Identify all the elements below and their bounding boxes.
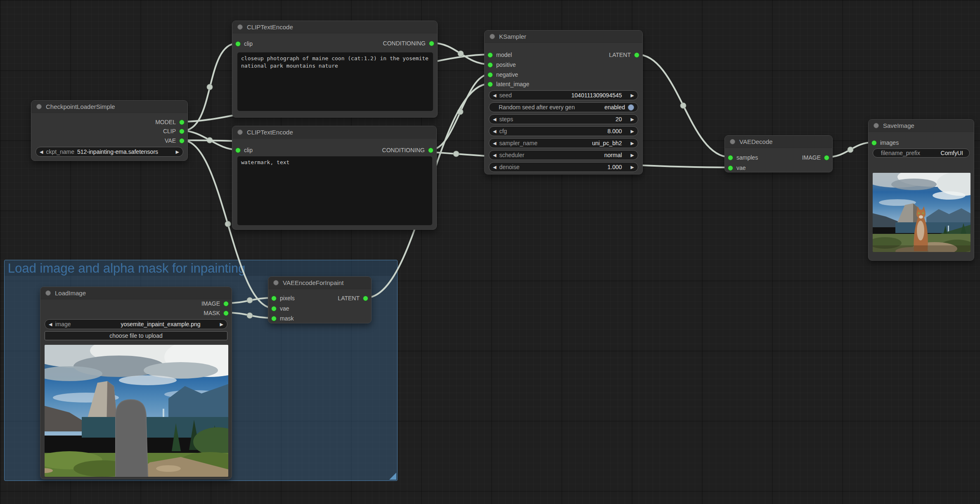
- input-socket-pixels[interactable]: [271, 296, 277, 301]
- group-resize-handle-icon[interactable]: [389, 473, 396, 480]
- output-label-latent: LATENT: [609, 52, 631, 58]
- widget-steps[interactable]: ◀ steps 20 ▶: [489, 114, 638, 124]
- input-socket-clip[interactable]: [235, 148, 241, 153]
- input-socket-latent-image[interactable]: [488, 82, 493, 87]
- widget-sampler-name[interactable]: ◀ sampler_name uni_pc_bh2 ▶: [489, 138, 638, 148]
- increment-arrow-icon[interactable]: ▶: [631, 117, 634, 122]
- input-socket-vae[interactable]: [271, 306, 277, 311]
- collapse-dot-icon[interactable]: [45, 290, 51, 296]
- output-socket-vae[interactable]: [179, 138, 185, 144]
- decrement-arrow-icon[interactable]: ◀: [49, 322, 52, 327]
- output-socket-image[interactable]: [824, 155, 829, 160]
- increment-arrow-icon[interactable]: ▶: [176, 150, 179, 154]
- input-socket-images[interactable]: [871, 140, 877, 146]
- node-titlebar[interactable]: CLIPTextEncode: [232, 21, 437, 33]
- increment-arrow-icon[interactable]: ▶: [631, 141, 634, 146]
- node-titlebar[interactable]: VAEDecode: [725, 136, 832, 148]
- output-socket-conditioning[interactable]: [428, 148, 433, 153]
- toggle-icon[interactable]: [628, 104, 634, 111]
- decrement-arrow-icon[interactable]: ◀: [493, 153, 496, 158]
- decrement-arrow-icon[interactable]: ◀: [40, 150, 43, 154]
- output-socket-clip[interactable]: [179, 129, 185, 134]
- decrement-arrow-icon[interactable]: ◀: [493, 93, 496, 98]
- node-ksampler[interactable]: KSampler model positive negative latent_…: [484, 30, 643, 174]
- input-socket-clip[interactable]: [235, 41, 241, 47]
- collapse-dot-icon[interactable]: [36, 104, 42, 109]
- increment-arrow-icon[interactable]: ▶: [631, 153, 634, 158]
- node-graph-canvas[interactable]: Load image and alpha mask for inpainting: [0, 0, 980, 504]
- input-socket-model[interactable]: [488, 52, 493, 58]
- output-socket-mask[interactable]: [223, 311, 229, 316]
- widget-random-seed-toggle[interactable]: Random seed after every gen enabled: [489, 102, 638, 112]
- input-label-samples: samples: [736, 154, 758, 161]
- increment-arrow-icon[interactable]: ▶: [220, 322, 223, 327]
- node-titlebar[interactable]: CheckpointLoaderSimple: [31, 101, 187, 113]
- increment-arrow-icon[interactable]: ▶: [631, 93, 634, 98]
- decrement-arrow-icon[interactable]: ◀: [493, 117, 496, 122]
- node-titlebar[interactable]: KSampler: [485, 31, 642, 43]
- widget-value: 1040111309094545: [571, 92, 622, 99]
- input-socket-negative[interactable]: [488, 72, 493, 78]
- decrement-arrow-icon[interactable]: ◀: [493, 129, 496, 134]
- save-image-preview: [873, 173, 971, 252]
- decrement-arrow-icon[interactable]: ◀: [493, 141, 496, 146]
- collapse-dot-icon[interactable]: [730, 139, 735, 144]
- widget-image-file[interactable]: ◀ image yosemite_inpaint_example.png ▶: [45, 319, 227, 329]
- node-clip-text-encode-negative[interactable]: CLIPTextEncode clip CONDITIONING waterma…: [232, 126, 437, 230]
- input-socket-vae[interactable]: [728, 165, 733, 171]
- node-title: CLIPTextEncode: [247, 129, 293, 136]
- input-label-pixels: pixels: [280, 295, 295, 301]
- collapse-dot-icon[interactable]: [490, 34, 495, 39]
- widget-ckpt-name[interactable]: ◀ ckpt_name 512-inpainting-ema.safetenso…: [36, 147, 183, 157]
- node-title: LoadImage: [55, 290, 86, 297]
- widget-filename-prefix[interactable]: filename_prefix ComfyUI: [873, 148, 970, 158]
- node-titlebar[interactable]: SaveImage: [869, 120, 974, 132]
- node-clip-text-encode-positive[interactable]: CLIPTextEncode clip CONDITIONING closeup…: [232, 21, 438, 118]
- output-label-conditioning: CONDITIONING: [382, 147, 425, 153]
- collapse-dot-icon[interactable]: [237, 24, 243, 30]
- node-title: CheckpointLoaderSimple: [46, 103, 115, 110]
- widget-value: 8.000: [607, 128, 622, 134]
- increment-arrow-icon[interactable]: ▶: [631, 165, 634, 170]
- node-checkpoint-loader[interactable]: CheckpointLoaderSimple MODEL CLIP VAE ◀ …: [31, 100, 188, 161]
- output-label-clip: CLIP: [163, 128, 176, 134]
- collapse-dot-icon[interactable]: [273, 280, 279, 285]
- widget-value: uni_pc_bh2: [592, 140, 622, 146]
- widget-scheduler[interactable]: ◀ scheduler normal ▶: [489, 150, 638, 160]
- decrement-arrow-icon[interactable]: ◀: [493, 165, 496, 170]
- widget-cfg[interactable]: ◀ cfg 8.000 ▶: [489, 126, 638, 136]
- load-image-preview: [45, 345, 228, 477]
- node-titlebar[interactable]: LoadImage: [40, 287, 232, 299]
- output-socket-image[interactable]: [223, 301, 229, 306]
- node-vae-encode-for-inpaint[interactable]: VAEEncodeForInpaint pixels vae mask LATE…: [268, 276, 372, 323]
- output-label-latent: LATENT: [338, 295, 360, 301]
- generated-cat-image: [873, 173, 971, 252]
- increment-arrow-icon[interactable]: ▶: [631, 129, 634, 134]
- output-label-image: IMAGE: [201, 300, 220, 307]
- input-socket-mask[interactable]: [271, 316, 277, 321]
- node-titlebar[interactable]: CLIPTextEncode: [232, 126, 436, 139]
- prompt-textarea[interactable]: watermark, text: [237, 156, 432, 225]
- widget-value: 1.000: [607, 164, 622, 170]
- choose-file-button[interactable]: choose file to upload: [45, 331, 227, 340]
- input-socket-samples[interactable]: [728, 155, 733, 160]
- node-titlebar[interactable]: VAEEncodeForInpaint: [268, 277, 371, 289]
- node-save-image[interactable]: SaveImage images filename_prefix ComfyUI: [868, 119, 974, 261]
- output-socket-latent[interactable]: [634, 52, 639, 58]
- widget-label: Random seed after every gen: [499, 104, 575, 111]
- widget-seed[interactable]: ◀ seed 1040111309094545 ▶: [489, 90, 638, 100]
- collapse-dot-icon[interactable]: [873, 123, 879, 128]
- collapse-dot-icon[interactable]: [237, 130, 243, 135]
- output-socket-conditioning[interactable]: [429, 41, 434, 46]
- prompt-textarea[interactable]: closeup photograph of maine coon (cat:1.…: [237, 52, 433, 111]
- input-socket-positive[interactable]: [488, 62, 493, 68]
- widget-label: image: [55, 321, 71, 327]
- output-socket-model[interactable]: [179, 120, 185, 125]
- output-label-image: IMAGE: [802, 154, 821, 161]
- node-title: KSampler: [499, 33, 526, 40]
- node-vae-decode[interactable]: VAEDecode samples vae IMAGE: [724, 135, 833, 172]
- widget-denoise[interactable]: ◀ denoise 1.000 ▶: [489, 162, 638, 172]
- output-label-model: MODEL: [155, 119, 176, 125]
- node-load-image[interactable]: LoadImage IMAGE MASK ◀ image yosemite_in…: [40, 287, 232, 479]
- output-socket-latent[interactable]: [363, 296, 368, 301]
